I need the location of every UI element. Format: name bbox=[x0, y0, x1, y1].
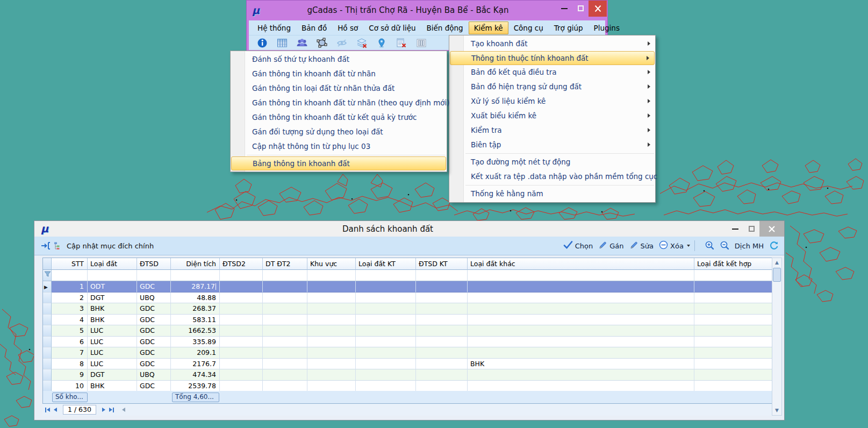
attribute-submenu-item-8[interactable]: Bảng thông tin khoanh đất bbox=[231, 156, 446, 170]
layers-remove-icon[interactable] bbox=[356, 38, 368, 48]
info-icon[interactable] bbox=[256, 38, 268, 48]
location-pin-icon[interactable] bbox=[376, 38, 388, 48]
menubar-item-6[interactable]: Kiểm kê bbox=[469, 22, 508, 34]
column-header-3[interactable]: ĐTSD bbox=[137, 258, 171, 270]
kiemke-menu-item-2[interactable]: Thông tin thuộc tính khoanh đất bbox=[450, 51, 655, 65]
table-row[interactable]: 5LUCGDC1662.53 bbox=[43, 325, 772, 337]
table-row[interactable]: 6LUCGDC335.89 bbox=[43, 337, 772, 348]
menubar-item-8[interactable]: Trợ giúp bbox=[549, 22, 589, 34]
attribute-submenu-item-1[interactable]: Đánh số thứ tự khoanh đất bbox=[231, 52, 447, 67]
filter-cell-8[interactable] bbox=[356, 270, 416, 281]
table-row[interactable]: 8LUCGDC2176.7BHK bbox=[43, 359, 772, 370]
filter-cell-3[interactable] bbox=[137, 270, 171, 281]
xoa-button[interactable]: Xóa bbox=[659, 240, 690, 251]
filter-cell-4[interactable] bbox=[171, 270, 220, 281]
row-header-cell[interactable] bbox=[43, 369, 52, 381]
row-header-cell[interactable] bbox=[43, 315, 52, 326]
row-header-cell[interactable] bbox=[43, 325, 52, 337]
column-header-10[interactable]: Loại đất khác bbox=[468, 258, 694, 270]
scrollbar-thumb[interactable] bbox=[773, 268, 781, 282]
dich-mh-button[interactable]: Dịch MH bbox=[735, 242, 764, 250]
pager-prev-button[interactable] bbox=[54, 408, 57, 412]
column-header-4[interactable]: Diện tích bbox=[171, 258, 220, 270]
row-header-cell[interactable] bbox=[43, 293, 52, 304]
filter-cell-1[interactable] bbox=[52, 270, 88, 281]
users-icon[interactable] bbox=[296, 38, 308, 48]
attribute-submenu-item-7[interactable]: Cập nhật thông tin từ phụ lục 03 bbox=[231, 139, 447, 154]
close-button[interactable] bbox=[589, 1, 607, 17]
row-header-cell[interactable] bbox=[43, 337, 52, 348]
total-area-badge[interactable]: Tổng 4,60... bbox=[172, 393, 219, 402]
report-remove-icon[interactable] bbox=[396, 38, 407, 48]
maximize-button[interactable] bbox=[572, 1, 589, 16]
kiemke-menu-item-8[interactable]: Biên tập bbox=[449, 138, 655, 152]
pager-last-button[interactable] bbox=[109, 408, 114, 412]
attribute-submenu-item-3[interactable]: Gán thông tin loại đất từ nhãn thửa đất bbox=[231, 81, 447, 96]
kiemke-menu-item-1[interactable]: Tạo khoanh đất bbox=[449, 37, 655, 51]
tree-icon[interactable] bbox=[52, 240, 63, 251]
menubar-item-3[interactable]: Hồ sơ bbox=[332, 22, 363, 34]
maximize-button[interactable] bbox=[743, 221, 759, 237]
table-row[interactable]: 2DGTUBQ48.88 bbox=[43, 293, 772, 304]
row-header-cell[interactable]: ▶ bbox=[43, 281, 52, 293]
pager-first-button[interactable] bbox=[45, 408, 50, 412]
filter-cell-5[interactable] bbox=[220, 270, 263, 281]
column-header-2[interactable]: Loại đất bbox=[88, 258, 137, 270]
attribute-submenu-item-6[interactable]: Gán đối tượng sử dụng theo loại đất bbox=[231, 125, 447, 139]
menubar-item-7[interactable]: Công cụ bbox=[508, 22, 549, 34]
filter-funnel-cell[interactable] bbox=[43, 270, 52, 281]
hscroll-left-button[interactable] bbox=[122, 408, 125, 412]
main-titlebar[interactable]: μ gCadas - Thị trấn Chợ Rã - Huyện Ba Bể… bbox=[247, 1, 607, 20]
vertical-scrollbar[interactable]: ▲ ▼ bbox=[772, 258, 782, 416]
column-header-11[interactable]: Loại đất kết hợp bbox=[694, 258, 772, 270]
filter-cell-9[interactable] bbox=[416, 270, 468, 281]
column-header-6[interactable]: DT ĐT2 bbox=[263, 258, 307, 270]
count-summary-badge[interactable]: Số kho... bbox=[52, 393, 88, 402]
columns-icon[interactable] bbox=[415, 38, 427, 48]
pager-next-button[interactable] bbox=[102, 408, 105, 412]
list-titlebar[interactable]: μ Danh sách khoanh đất bbox=[34, 221, 784, 237]
minimize-button[interactable] bbox=[727, 221, 743, 237]
import-icon[interactable] bbox=[40, 240, 52, 251]
table-row[interactable]: 3BHKGDC268.37 bbox=[43, 303, 772, 315]
filter-cell-6[interactable] bbox=[263, 270, 307, 281]
kiemke-menu-item-3[interactable]: Bản đồ kết quả điều tra bbox=[449, 65, 655, 80]
row-header-cell[interactable] bbox=[43, 381, 52, 392]
menubar-item-9[interactable]: Plugins bbox=[589, 22, 625, 34]
attribute-submenu-item-5[interactable]: Gán thông tin khoanh đất từ kết quả kỳ t… bbox=[231, 110, 447, 125]
column-header-1[interactable]: STT bbox=[52, 258, 88, 270]
table-row[interactable]: 7LUCGDC209.1 bbox=[43, 347, 772, 359]
column-header-5[interactable]: ĐTSD2 bbox=[220, 258, 263, 270]
gan-button[interactable]: Gán bbox=[598, 241, 623, 251]
scroll-down-icon[interactable]: ▼ bbox=[772, 406, 781, 415]
column-header-9[interactable]: ĐTSD KT bbox=[416, 258, 468, 270]
filter-cell-11[interactable] bbox=[694, 270, 772, 281]
table-row[interactable]: 10BHKGDC2539.78 bbox=[43, 381, 772, 392]
attribute-submenu-item-2[interactable]: Gán thông tin khoanh đất từ nhãn bbox=[231, 67, 447, 81]
minimize-button[interactable] bbox=[556, 1, 572, 16]
row-header-cell[interactable] bbox=[43, 303, 52, 315]
filter-cell-7[interactable] bbox=[307, 270, 356, 281]
scroll-up-icon[interactable]: ▲ bbox=[772, 258, 781, 267]
sua-button[interactable]: Sửa bbox=[629, 241, 654, 251]
kiemke-menu-item-10[interactable]: Kết xuất ra tệp .data nhập vào phần mềm … bbox=[449, 169, 655, 184]
column-header-7[interactable]: Khu vực bbox=[307, 258, 356, 270]
table-icon[interactable] bbox=[276, 38, 288, 48]
menubar-item-2[interactable]: Bản đồ bbox=[296, 22, 332, 34]
column-header-8[interactable]: Loại đất KT bbox=[356, 258, 416, 270]
table-row[interactable]: 9DGTUBQ474.34 bbox=[43, 369, 772, 381]
kiemke-menu-item-6[interactable]: Xuất biểu kiểm kê bbox=[449, 109, 655, 123]
attribute-submenu-item-4[interactable]: Gán thông tin khoanh đất từ nhãn (theo q… bbox=[231, 96, 447, 110]
table-row[interactable]: ▶1ODTGDC287.17 bbox=[43, 281, 772, 293]
kiemke-menu-item-11[interactable]: Thống kê hằng năm bbox=[449, 187, 655, 201]
menubar-item-1[interactable]: Hệ thống bbox=[252, 22, 296, 34]
zoom-in-button[interactable] bbox=[705, 240, 714, 252]
filter-cell-10[interactable] bbox=[468, 270, 694, 281]
menubar-item-5[interactable]: Biến động bbox=[421, 22, 469, 34]
row-header-cell[interactable] bbox=[43, 347, 52, 359]
kiemke-menu-item-5[interactable]: Xử lý số liệu kiểm kê bbox=[449, 94, 655, 109]
chon-button[interactable]: Chọn bbox=[563, 241, 593, 251]
eye-slash-icon[interactable] bbox=[336, 38, 348, 48]
kiemke-menu-item-9[interactable]: Tạo đường một nét tự động bbox=[449, 155, 655, 169]
update-main-purpose-label[interactable]: Cập nhật mục đích chính bbox=[67, 242, 154, 250]
